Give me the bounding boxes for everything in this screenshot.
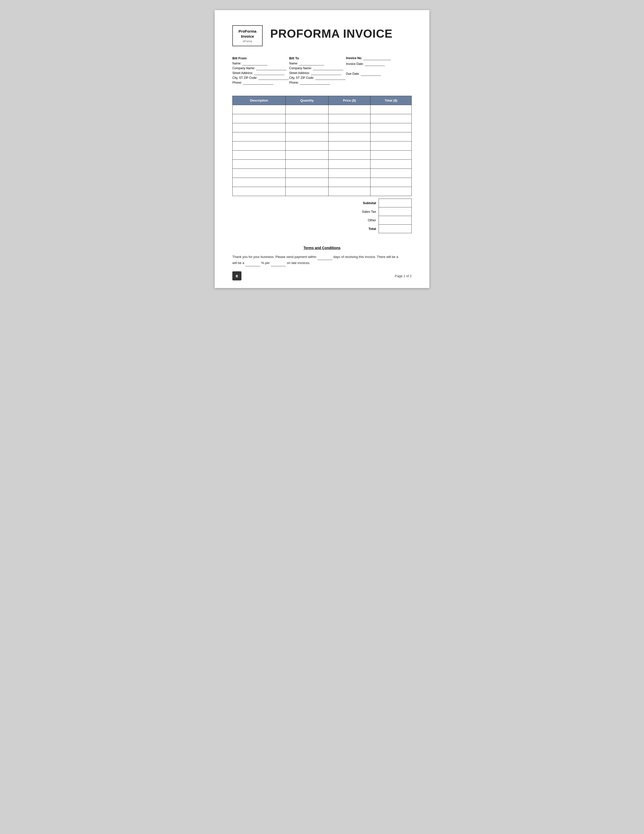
invoice-date-input[interactable] <box>365 62 385 66</box>
terms-days-input[interactable] <box>317 254 332 260</box>
sales-tax-value[interactable] <box>379 207 412 216</box>
totals-section: Subtotal Sales Tax Other Total <box>232 199 412 233</box>
table-cell-r8-c0[interactable] <box>232 178 286 187</box>
invoice-date-field: Invoice Date: <box>346 62 412 66</box>
other-value[interactable] <box>379 216 412 225</box>
bill-to-street: Street Address: <box>289 71 346 75</box>
table-row <box>232 123 412 133</box>
table-cell-r1-c1[interactable] <box>286 114 328 123</box>
invoice-no-field: Invoice No. <box>346 57 412 60</box>
bill-to-column: Bill To Name: Company Name: Street Addre… <box>289 57 346 86</box>
table-cell-r5-c3[interactable] <box>371 150 412 160</box>
terms-text: Thank you for your business. Please send… <box>232 254 412 266</box>
totals-table: Subtotal Sales Tax Other Total <box>341 199 412 233</box>
table-cell-r1-c3[interactable] <box>371 114 412 123</box>
table-cell-r4-c0[interactable] <box>232 142 286 150</box>
table-cell-r2-c0[interactable] <box>232 123 286 133</box>
bill-to-name-input[interactable] <box>299 61 324 65</box>
table-cell-r4-c1[interactable] <box>286 142 328 150</box>
table-cell-r5-c0[interactable] <box>232 150 286 160</box>
due-date-input[interactable] <box>361 72 381 76</box>
table-cell-r6-c2[interactable] <box>328 160 370 169</box>
bill-from-phone: Phone: <box>232 81 289 85</box>
table-row <box>232 187 412 196</box>
logo-box: ProForma Invoice eForms <box>232 25 263 46</box>
table-cell-r8-c3[interactable] <box>371 178 412 187</box>
terms-text-part3: % per <box>261 261 270 265</box>
terms-period-input[interactable] <box>271 260 286 266</box>
table-cell-r6-c3[interactable] <box>371 160 412 169</box>
table-cell-r9-c0[interactable] <box>232 187 286 196</box>
total-value[interactable] <box>379 225 412 233</box>
col-description: Description <box>232 96 286 105</box>
table-cell-r5-c2[interactable] <box>328 150 370 160</box>
table-cell-r0-c2[interactable] <box>328 105 370 114</box>
terms-text-part4: on late invoices. <box>287 261 310 265</box>
total-label: Total <box>341 225 379 233</box>
invoice-no-input[interactable] <box>363 57 391 60</box>
page-number: Page 1 of 2 <box>395 274 412 278</box>
bill-to-company: Company Name: <box>289 66 346 70</box>
col-price: Price ($) <box>328 96 370 105</box>
bill-from-company-input[interactable] <box>256 66 286 70</box>
table-cell-r3-c2[interactable] <box>328 133 370 142</box>
table-cell-r1-c0[interactable] <box>232 114 286 123</box>
table-cell-r4-c2[interactable] <box>328 142 370 150</box>
table-cell-r6-c1[interactable] <box>286 160 328 169</box>
bill-from-phone-input[interactable] <box>243 81 273 85</box>
table-row <box>232 160 412 169</box>
terms-text-part2: days of receiving this invoice. There wi… <box>333 255 398 259</box>
table-cell-r0-c3[interactable] <box>371 105 412 114</box>
bill-from-name-input[interactable] <box>242 61 268 65</box>
table-cell-r3-c3[interactable] <box>371 133 412 142</box>
invoice-info-column: Invoice No. Invoice Date: Due Date: <box>346 57 412 86</box>
table-cell-r4-c3[interactable] <box>371 142 412 150</box>
bill-to-street-input[interactable] <box>311 71 341 75</box>
header-section: ProForma Invoice eForms PROFORMA INVOICE <box>232 25 412 46</box>
invoice-table: Description Quantity Price ($) Total ($) <box>232 96 412 196</box>
table-cell-r7-c2[interactable] <box>328 169 370 178</box>
logo-title: ProForma Invoice <box>237 29 258 39</box>
table-cell-r2-c1[interactable] <box>286 123 328 133</box>
table-cell-r3-c0[interactable] <box>232 133 286 142</box>
bill-to-company-input[interactable] <box>313 66 343 70</box>
table-cell-r7-c0[interactable] <box>232 169 286 178</box>
terms-will-be: will be a <box>232 261 245 265</box>
table-cell-r0-c1[interactable] <box>286 105 328 114</box>
table-cell-r1-c2[interactable] <box>328 114 370 123</box>
billing-section: Bill From Name: Company Name: Street Add… <box>232 57 412 86</box>
bill-from-name: Name: <box>232 61 289 65</box>
logo-brand: eForms <box>237 40 258 43</box>
table-cell-r9-c1[interactable] <box>286 187 328 196</box>
bill-to-city-input[interactable] <box>315 76 345 80</box>
subtotal-label: Subtotal <box>341 199 379 207</box>
terms-title: Terms and Conditions <box>232 246 412 250</box>
table-cell-r5-c1[interactable] <box>286 150 328 160</box>
table-cell-r2-c3[interactable] <box>371 123 412 133</box>
total-row: Total <box>341 225 412 233</box>
terms-percent-input[interactable] <box>245 260 260 266</box>
table-cell-r9-c3[interactable] <box>371 187 412 196</box>
bill-from-city-input[interactable] <box>258 76 289 80</box>
bill-from-street-input[interactable] <box>254 71 284 75</box>
table-cell-r0-c0[interactable] <box>232 105 286 114</box>
table-cell-r2-c2[interactable] <box>328 123 370 133</box>
bill-to-phone-input[interactable] <box>300 81 330 85</box>
sales-tax-label: Sales Tax <box>341 207 379 216</box>
bill-from-column: Bill From Name: Company Name: Street Add… <box>232 57 289 86</box>
table-cell-r8-c2[interactable] <box>328 178 370 187</box>
subtotal-row: Subtotal <box>341 199 412 207</box>
subtotal-value[interactable] <box>379 199 412 207</box>
table-row <box>232 169 412 178</box>
table-cell-r8-c1[interactable] <box>286 178 328 187</box>
table-cell-r7-c1[interactable] <box>286 169 328 178</box>
table-cell-r6-c0[interactable] <box>232 160 286 169</box>
sales-tax-row: Sales Tax <box>341 207 412 216</box>
table-row <box>232 178 412 187</box>
col-quantity: Quantity <box>286 96 328 105</box>
table-cell-r9-c2[interactable] <box>328 187 370 196</box>
logo-line2: Invoice <box>241 34 254 39</box>
table-cell-r3-c1[interactable] <box>286 133 328 142</box>
other-row: Other <box>341 216 412 225</box>
table-cell-r7-c3[interactable] <box>371 169 412 178</box>
